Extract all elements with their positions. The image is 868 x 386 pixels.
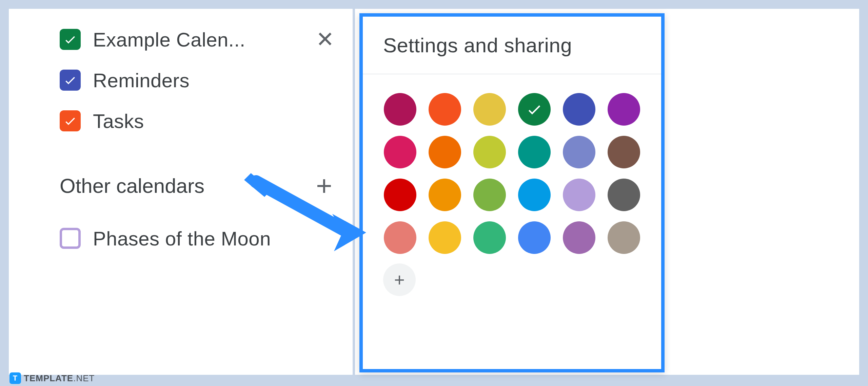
- calendar-checkbox[interactable]: [60, 29, 81, 50]
- color-swatch[interactable]: [518, 136, 551, 168]
- settings-and-sharing-item[interactable]: Settings and sharing: [363, 17, 661, 74]
- watermark-suffix: .NET: [73, 373, 95, 383]
- color-swatch[interactable]: [384, 221, 416, 254]
- settings-popover: Settings and sharing +: [359, 13, 665, 372]
- color-swatch[interactable]: [429, 136, 461, 168]
- calendar-checkbox[interactable]: [60, 110, 81, 131]
- calendar-sidebar: Example Calen...✕RemindersTasks Other ca…: [8, 8, 354, 376]
- color-swatch[interactable]: [473, 221, 506, 254]
- color-swatch[interactable]: [473, 93, 506, 126]
- color-swatch[interactable]: [563, 93, 595, 126]
- color-swatch[interactable]: [384, 179, 416, 211]
- watermark: T TEMPLATE.NET: [9, 372, 95, 384]
- calendar-row[interactable]: Reminders: [9, 60, 353, 100]
- settings-title: Settings and sharing: [383, 34, 572, 57]
- calendar-row[interactable]: Phases of the Moon: [9, 218, 353, 259]
- color-swatch[interactable]: [518, 179, 551, 211]
- color-swatch[interactable]: [384, 136, 416, 168]
- calendar-label: Example Calen...: [93, 28, 245, 51]
- color-swatch[interactable]: [563, 221, 595, 254]
- watermark-prefix: TEMPLATE: [24, 373, 73, 383]
- close-icon[interactable]: ✕: [316, 29, 334, 50]
- calendar-row[interactable]: Example Calen...✕: [9, 19, 353, 60]
- color-swatch[interactable]: [429, 93, 461, 126]
- color-swatch[interactable]: [608, 179, 640, 211]
- color-swatch[interactable]: [384, 93, 416, 126]
- color-swatch[interactable]: [473, 179, 506, 211]
- color-swatch[interactable]: [473, 136, 506, 168]
- calendar-checkbox[interactable]: [60, 228, 81, 249]
- other-calendars-label: Other calendars: [60, 174, 204, 198]
- add-custom-color-button[interactable]: +: [383, 263, 416, 296]
- color-swatch[interactable]: [608, 136, 640, 168]
- calendar-label: Tasks: [93, 110, 144, 132]
- add-other-calendar-button[interactable]: +: [316, 170, 332, 202]
- calendar-label: Reminders: [93, 69, 190, 92]
- color-swatch[interactable]: [608, 221, 640, 254]
- plus-icon: +: [394, 269, 405, 290]
- color-picker-grid: [363, 74, 661, 254]
- checkmark-icon: [526, 100, 543, 118]
- color-swatch[interactable]: [429, 179, 461, 211]
- template-logo-icon: T: [9, 372, 21, 384]
- color-swatch[interactable]: [563, 179, 595, 211]
- color-swatch[interactable]: [429, 221, 461, 254]
- color-swatch[interactable]: [608, 93, 640, 126]
- calendar-checkbox[interactable]: [60, 70, 81, 91]
- other-calendars-header: Other calendars +: [9, 170, 353, 202]
- calendar-row[interactable]: Tasks: [9, 100, 353, 141]
- calendar-label: Phases of the Moon: [93, 227, 271, 250]
- color-swatch[interactable]: [563, 136, 595, 168]
- color-swatch[interactable]: [518, 221, 551, 254]
- color-swatch[interactable]: [518, 93, 551, 126]
